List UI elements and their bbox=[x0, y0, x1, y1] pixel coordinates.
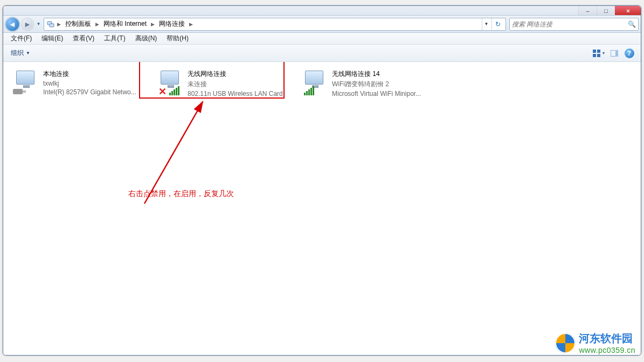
refresh-button[interactable]: ↻ bbox=[491, 18, 503, 30]
explorer-window: – □ × ◄ ► ▼ ▶ 控制面板 ▶ 网络和 Internet ▶ 网络连接… bbox=[3, 5, 641, 356]
signal-bars-icon bbox=[169, 86, 179, 95]
organize-button[interactable]: 组织 ▼ bbox=[8, 47, 33, 59]
toolbar: 组织 ▼ ▼ ? bbox=[3, 45, 641, 62]
connection-device: Intel(R) 82579V Gigabit Netwo... bbox=[43, 88, 136, 96]
connection-device: Microsoft Virtual WiFi Minipor... bbox=[332, 90, 421, 98]
content-area: 本地连接 txwlkj Intel(R) 82579V Gigabit Netw… bbox=[3, 62, 641, 355]
view-options-button[interactable]: ▼ bbox=[591, 47, 606, 59]
connection-title: 无线网络连接 14 bbox=[332, 69, 421, 79]
connection-title: 本地连接 bbox=[43, 69, 136, 79]
disconnected-x-icon: ✕ bbox=[158, 88, 167, 95]
svg-rect-1 bbox=[50, 24, 54, 27]
search-icon[interactable]: 🔍 bbox=[627, 20, 636, 28]
svg-rect-5 bbox=[597, 54, 600, 57]
help-icon: ? bbox=[625, 48, 634, 58]
close-button[interactable]: × bbox=[615, 6, 641, 15]
connection-item-wifi-disconnected[interactable]: ✕ 无线网络连接 未连接 802.11n USB Wireless LAN Ca… bbox=[157, 69, 292, 98]
menu-advanced[interactable]: 高级(N) bbox=[131, 34, 162, 43]
lan-adapter-icon bbox=[13, 69, 39, 95]
svg-rect-4 bbox=[593, 54, 596, 57]
breadcrumb-control-panel[interactable]: 控制面板 bbox=[63, 19, 93, 29]
site-url: www.pc0359.cn bbox=[579, 346, 635, 354]
help-button[interactable]: ? bbox=[621, 47, 636, 59]
organize-label: 组织 bbox=[11, 48, 24, 58]
menu-tools[interactable]: 工具(T) bbox=[100, 34, 129, 43]
site-watermark: 河东软件园 www.pc0359.cn bbox=[555, 331, 635, 354]
search-input[interactable] bbox=[512, 20, 627, 28]
connection-item-wifi-virtual[interactable]: 无线网络连接 14 WiFi蹭变韩绮剧佾 2 Microsoft Virtual… bbox=[302, 69, 437, 98]
titlebar: – □ × bbox=[3, 6, 641, 16]
connection-status: txwlkj bbox=[43, 80, 136, 87]
address-bar[interactable]: ▶ 控制面板 ▶ 网络和 Internet ▶ 网络连接 ▶ ▼ ↻ bbox=[44, 18, 506, 31]
breadcrumb-network-connections[interactable]: 网络连接 bbox=[157, 19, 187, 29]
wifi-adapter-icon bbox=[302, 69, 328, 95]
site-logo-icon bbox=[555, 333, 576, 353]
search-box[interactable]: 🔍 bbox=[509, 18, 639, 31]
svg-line-8 bbox=[144, 102, 203, 204]
svg-rect-3 bbox=[597, 50, 600, 53]
connection-status: WiFi蹭变韩绮剧佾 2 bbox=[332, 80, 421, 89]
annotation-text: 右击点禁用，在启用，反复几次 bbox=[128, 189, 234, 199]
navigation-row: ◄ ► ▼ ▶ 控制面板 ▶ 网络和 Internet ▶ 网络连接 ▶ ▼ ↻… bbox=[3, 16, 641, 33]
preview-pane-button[interactable] bbox=[606, 47, 621, 59]
chevron-right-icon: ▶ bbox=[56, 22, 62, 27]
svg-rect-2 bbox=[593, 50, 596, 53]
chevron-down-icon: ▼ bbox=[26, 51, 30, 55]
menu-bar: 文件(F) 编辑(E) 查看(V) 工具(T) 高级(N) 帮助(H) bbox=[3, 33, 641, 45]
address-dropdown[interactable]: ▼ bbox=[482, 18, 490, 30]
nav-back-button[interactable]: ◄ bbox=[5, 17, 19, 31]
svg-rect-7 bbox=[615, 50, 618, 57]
nav-history-dropdown[interactable]: ▼ bbox=[36, 17, 41, 31]
minimize-button[interactable]: – bbox=[578, 6, 597, 15]
chevron-right-icon: ▶ bbox=[94, 22, 100, 27]
chevron-right-icon: ▶ bbox=[150, 22, 156, 27]
menu-help[interactable]: 帮助(H) bbox=[162, 34, 193, 43]
site-name: 河东软件园 bbox=[579, 331, 635, 346]
wifi-adapter-disconnected-icon: ✕ bbox=[157, 69, 183, 95]
chevron-right-icon: ▶ bbox=[188, 22, 194, 27]
nav-forward-button[interactable]: ► bbox=[22, 18, 33, 30]
chevron-down-icon: ▼ bbox=[602, 51, 606, 55]
signal-bars-icon bbox=[304, 86, 314, 95]
connection-item-lan[interactable]: 本地连接 txwlkj Intel(R) 82579V Gigabit Netw… bbox=[13, 69, 148, 96]
network-folder-icon bbox=[46, 20, 55, 29]
maximize-button[interactable]: □ bbox=[597, 6, 615, 15]
menu-edit[interactable]: 编辑(E) bbox=[37, 34, 67, 43]
connection-status: 未连接 bbox=[188, 80, 283, 89]
connection-device: 802.11n USB Wireless LAN Card bbox=[188, 90, 283, 98]
breadcrumb-network-internet[interactable]: 网络和 Internet bbox=[101, 19, 149, 29]
menu-view[interactable]: 查看(V) bbox=[68, 34, 99, 43]
menu-file[interactable]: 文件(F) bbox=[6, 34, 36, 43]
connection-title: 无线网络连接 bbox=[188, 69, 283, 79]
